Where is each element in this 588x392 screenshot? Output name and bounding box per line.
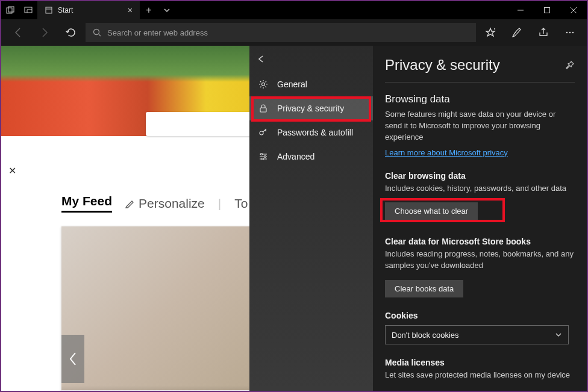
browsing-data-heading: Browsing data	[385, 93, 575, 105]
card-caption: High-Waist Glitter Size: Large | Alo Yo	[61, 385, 272, 391]
new-tab-button[interactable]: +	[140, 5, 158, 16]
svg-point-8	[572, 32, 574, 33]
svg-point-5	[94, 30, 99, 35]
menu-item-general[interactable]: General	[249, 72, 373, 96]
svg-point-6	[566, 32, 568, 33]
media-heading: Media licenses	[385, 358, 575, 367]
clear-data-heading: Clear browsing data	[385, 171, 575, 181]
titlebar: Start × +	[1, 1, 587, 19]
search-icon	[93, 28, 101, 37]
browsing-data-desc: Some features might save data on your de…	[385, 109, 575, 143]
feed-tabs: My Feed Personalize | To	[61, 194, 248, 213]
minimize-button[interactable]	[507, 1, 534, 19]
gear-icon	[258, 79, 269, 89]
address-bar[interactable]: Search or enter web address	[86, 23, 476, 42]
svg-point-13	[264, 156, 266, 158]
chevron-down-icon	[555, 331, 562, 338]
cookies-select[interactable]: Don't block cookies	[385, 325, 569, 344]
privacy-link[interactable]: Learn more about Microsoft privacy	[385, 148, 508, 157]
page-icon	[45, 6, 53, 14]
svg-point-14	[262, 158, 264, 160]
settings-menu: General Privacy & security Passwords & a…	[249, 46, 373, 391]
chevron-down-icon[interactable]	[158, 7, 176, 14]
pencil-icon	[125, 199, 135, 208]
menu-item-passwords[interactable]: Passwords & autofill	[249, 120, 373, 145]
books-desc: Includes reading progress, notes, bookma…	[385, 249, 575, 272]
feed-card[interactable]: High-Waist Glitter Size: Large | Alo Yo	[61, 226, 272, 391]
svg-point-9	[262, 83, 265, 86]
svg-rect-3	[46, 7, 52, 13]
tab-preview-icon[interactable]	[19, 6, 37, 14]
pin-icon[interactable]	[565, 60, 575, 70]
close-icon[interactable]: ✕	[8, 165, 16, 176]
address-placeholder: Search or enter web address	[107, 28, 208, 37]
tab-my-feed[interactable]: My Feed	[61, 194, 112, 213]
lock-icon	[258, 104, 269, 113]
card-image	[61, 226, 272, 390]
tab-topics-truncated[interactable]: To	[234, 196, 248, 211]
favorites-button[interactable]	[478, 20, 502, 45]
notes-button[interactable]	[505, 20, 529, 45]
tab-actions-icon[interactable]	[1, 6, 19, 14]
panel-title: Privacy & security	[385, 57, 500, 73]
svg-point-11	[260, 131, 263, 135]
more-button[interactable]	[558, 20, 582, 45]
back-button	[6, 20, 30, 45]
toolbar: Search or enter web address	[1, 19, 587, 46]
svg-rect-10	[260, 108, 266, 112]
refresh-button[interactable]	[59, 20, 83, 45]
menu-item-privacy[interactable]: Privacy & security	[249, 96, 373, 120]
card-prev-button[interactable]	[61, 335, 84, 383]
svg-rect-1	[8, 7, 14, 12]
menu-item-advanced[interactable]: Advanced	[249, 145, 373, 169]
tab-title: Start	[58, 6, 123, 14]
clear-books-button[interactable]: Clear books data	[385, 280, 463, 297]
cookies-heading: Cookies	[385, 311, 575, 320]
forward-button	[33, 20, 57, 45]
close-window-button[interactable]	[560, 1, 587, 19]
media-desc: Let sites save protected media licenses …	[385, 370, 575, 381]
share-button[interactable]	[531, 20, 555, 45]
books-heading: Clear data for Microsoft Store books	[385, 237, 575, 246]
svg-rect-4	[545, 8, 550, 13]
choose-clear-button[interactable]: Choose what to clear	[385, 202, 478, 220]
svg-point-7	[569, 32, 571, 33]
key-icon	[258, 128, 269, 137]
menu-back-button[interactable]	[249, 46, 373, 72]
close-tab-icon[interactable]: ×	[128, 5, 133, 15]
settings-panel: Privacy & security Browsing data Some fe…	[373, 46, 587, 391]
svg-rect-0	[7, 8, 12, 13]
maximize-button[interactable]	[534, 1, 560, 19]
sliders-icon	[258, 152, 269, 161]
svg-point-12	[261, 154, 263, 155]
browser-tab[interactable]: Start ×	[37, 1, 140, 19]
tab-personalize[interactable]: Personalize	[125, 196, 205, 211]
clear-data-desc: Includes cookies, history, passwords, an…	[385, 183, 575, 194]
